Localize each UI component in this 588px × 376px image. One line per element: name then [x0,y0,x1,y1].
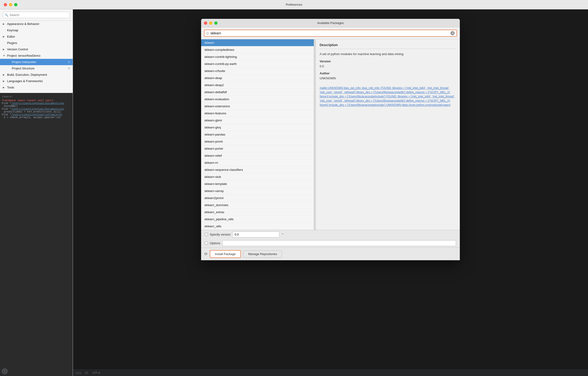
window-controls [4,3,17,6]
help-area: ? [0,366,73,376]
description-link[interactable]: mailto:UNKNOWN blas_opt_info: blas_mkl_i… [320,86,456,107]
package-item[interactable]: sklearn-pmml [201,138,314,145]
package-list: sklearn sklearn-compiledtrees sklearn-co… [201,39,314,230]
sidebar-item-version-control[interactable]: ▶ Version Control [0,46,73,53]
sidebar-item-label: Languages & Frameworks [7,79,70,83]
traceback-line: Traceback (most recent call last): [2,99,71,102]
code-line: File "/Users/xianglingchuan/Documents/wo [2,107,71,110]
search-prefix: Q: [206,32,210,35]
close-button[interactable] [4,3,7,6]
package-item[interactable]: sklearn_utils [201,223,314,230]
maximize-button[interactable] [14,3,17,6]
package-item[interactable]: sklearn-deap2 [201,82,314,89]
arrow-icon: ▶ [3,35,6,38]
package-item[interactable]: sklearn-gbmi [201,117,314,124]
package-item[interactable]: sklearn-stub [201,173,314,181]
arrow-icon: ▶ [3,22,6,25]
package-item[interactable]: sklearn_dummies [201,202,314,209]
package-item[interactable]: sklearn-deltatfidf [201,89,314,96]
package-item[interactable]: sklearn-contrib-lightning [201,54,314,61]
package-item[interactable]: sklearn_extras [201,209,314,216]
package-search-input[interactable] [210,31,451,35]
traceback-area: /Users/ Traceback (most recent call last… [0,93,73,366]
preferences-title-bar: Preferences [0,0,588,10]
sidebar-item-label: Project: tensorflowDemo [7,54,70,57]
sidebar-item-editor[interactable]: ▶ Editor [0,33,73,40]
modal-maximize-button[interactable] [214,21,218,25]
search-input-wrap: Q: ✕ [204,30,457,37]
modal-title: Available Packages [317,21,344,25]
sidebar-item-project-structure[interactable]: Project Structure ⎘ [0,65,73,72]
package-item-sklearn[interactable]: sklearn [201,39,314,46]
sidebar-item-label: Project Structure [12,67,68,70]
package-item[interactable]: sklearn-rri [201,159,314,166]
sidebar-item-build[interactable]: ▶ Build, Execution, Deployment [0,72,73,78]
copy-icon: ⎘ [68,61,70,64]
sidebar-item-tools[interactable]: ▶ Tools [0,84,73,91]
sidebar-search-area: 🔍 [0,10,73,21]
sidebar-item-project-interpreter[interactable]: Project Interpreter ⎘ [0,59,73,65]
modal-overlay: Available Packages Q: ✕ sklearn sklearn [73,10,588,376]
manage-repositories-button[interactable]: Manage Repositories [243,250,282,258]
version-stepper[interactable]: ⌃ [281,233,284,236]
package-item[interactable]: sklearn-relief [201,152,314,159]
package-item[interactable]: sklearn-pandas [201,131,314,138]
code-line: X = check_array(X, accept_sparse='csr [2,116,71,119]
package-item[interactable]: sklearn2pmml [201,194,314,202]
desc-summary: A set of python modules for machine lear… [320,52,456,57]
description-body: A set of python modules for machine lear… [320,52,456,107]
search-icon: 🔍 [5,13,8,17]
options-checkbox[interactable] [205,242,208,245]
available-packages-modal: Available Packages Q: ✕ sklearn sklearn [201,19,460,260]
version-label: Version [320,59,456,64]
specify-version-checkbox[interactable] [205,233,208,236]
modal-window-controls [204,21,218,25]
install-package-button[interactable]: Install Package [210,250,241,258]
package-item[interactable]: sklearn-evaluation [201,96,314,103]
window-title: Preferences [286,3,302,6]
resize-handle[interactable]: ⋮ [314,39,316,230]
arrow-icon: ▼ [3,54,6,57]
package-item[interactable]: sklearn-xarray [201,188,314,194]
minimize-button[interactable] [9,3,12,6]
path-line: /Users/ [2,95,71,98]
preferences-sidebar: 🔍 ▶ Appearance & Behavior Keymap ▶ Edito… [0,10,73,376]
help-button[interactable]: ? [2,368,8,374]
package-item[interactable]: sklearn-deap [201,75,314,82]
sidebar-item-appearance[interactable]: ▶ Appearance & Behavior [0,21,73,27]
arrow-icon: ▶ [3,73,6,76]
modal-search-bar: Q: ✕ [201,27,460,39]
sidebar-item-languages[interactable]: ▶ Languages & Frameworks [0,78,73,84]
version-input[interactable] [232,232,279,237]
package-item[interactable]: sklearn-template [201,181,314,188]
options-input[interactable] [222,240,456,246]
modal-title-bar: Available Packages [201,19,460,27]
author-value: UNKNOWN [320,76,456,81]
sidebar-item-label: Version Control [7,48,70,51]
package-item[interactable]: sklearn-glvq [201,124,314,131]
package-item[interactable]: sklearn-contrib-py-earth [201,61,314,67]
search-input[interactable] [3,12,70,18]
package-item[interactable]: sklearn-features [201,110,314,117]
version-value: 0.0 [320,64,456,69]
sidebar-item-project[interactable]: ▼ Project: tensorflowDemo [0,53,73,59]
modal-minimize-button[interactable] [209,21,212,25]
package-item[interactable]: sklearn-crfsuite [201,67,314,75]
sidebar-item-label: Appearance & Behavior [7,22,70,26]
sidebar-item-label: Tools [7,86,70,89]
package-item[interactable]: sklearn_pipeline_utils [201,216,314,223]
package-item[interactable]: sklearn-extensions [201,103,314,110]
sidebar-item-plugins[interactable]: Plugins [0,40,73,46]
clear-search-button[interactable]: ✕ [451,31,455,35]
code-line: File "/Users/xianglingchuan/Documents/wo [2,102,71,105]
arrow-icon: ▶ [3,48,6,51]
package-item[interactable]: sklearn-porter [201,145,314,152]
modal-close-button[interactable] [204,21,207,25]
package-item[interactable]: sklearn-sequence-classifiers [201,166,314,173]
copy-icon: ⎘ [68,67,70,70]
modal-body: sklearn sklearn-compiledtrees sklearn-co… [201,39,460,230]
search-wrap: 🔍 [3,12,70,18]
sidebar-item-keymap[interactable]: Keymap [0,27,73,33]
package-item[interactable]: sklearn-compiledtrees [201,46,314,54]
refresh-icon[interactable]: ⟳ [204,252,208,256]
